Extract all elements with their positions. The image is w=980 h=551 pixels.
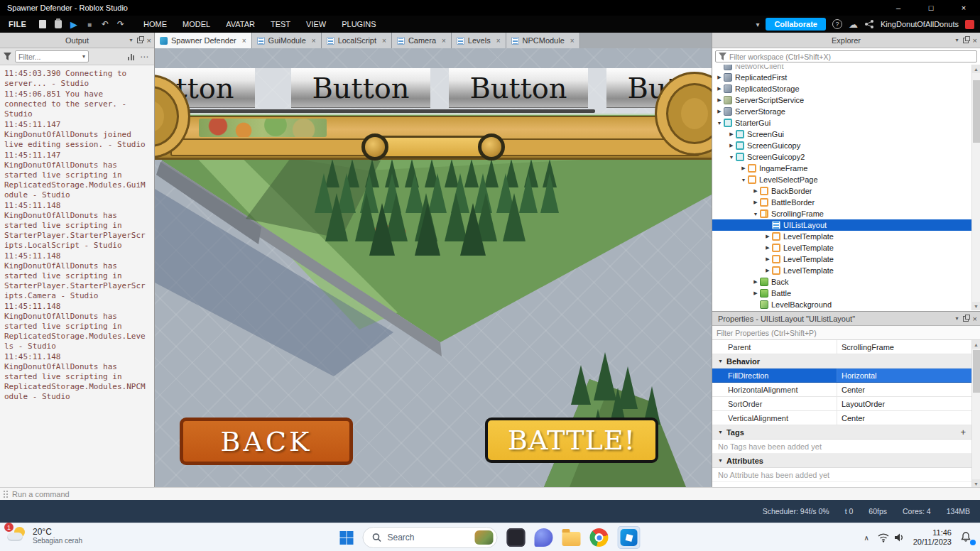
tree-item-screenguicopy2[interactable]: ▼ScreenGuicopy2 [712, 151, 971, 163]
output-close-icon[interactable]: × [147, 36, 151, 45]
tree-item-serverstorage[interactable]: ▶ServerStorage [712, 106, 971, 117]
output-float-icon[interactable] [137, 38, 143, 43]
weather-widget[interactable]: 1 20°C Sebagian cerah [7, 525, 82, 545]
app-icon-dark[interactable] [507, 528, 526, 547]
chevron-down-icon[interactable]: ▼ [718, 458, 723, 463]
tree-item-screengui[interactable]: ▶ScreenGui [712, 129, 971, 140]
close-button[interactable]: × [947, 0, 980, 16]
properties-collapse-icon[interactable]: ▾ [956, 315, 959, 322]
tree-item-battleborder[interactable]: ▶BattleBorder [712, 197, 971, 208]
scroll-up-icon[interactable]: ▲ [972, 340, 980, 349]
scrollbar-thumb[interactable] [973, 350, 980, 393]
explorer-collapse-icon[interactable]: ▾ [956, 37, 959, 43]
property-row-parent[interactable]: Parent ScrollingFrame [712, 340, 971, 354]
editor-tab-spawner-defender[interactable]: Spawner Defender × [155, 33, 252, 48]
tab-close-icon[interactable]: × [570, 37, 575, 45]
tree-item-leveltemplate[interactable]: ▶LevelTemplate [712, 231, 971, 242]
stop-icon[interactable]: ■ [82, 18, 97, 30]
chevron-down-icon[interactable]: ▼ [739, 178, 748, 182]
property-row-verticalalignment[interactable]: VerticalAlignment Center [712, 411, 971, 425]
chevron-right-icon[interactable]: ▶ [763, 245, 772, 251]
file-explorer-icon[interactable] [562, 532, 581, 546]
chevron-right-icon[interactable]: ▶ [727, 131, 736, 137]
menu-tab-plugins[interactable]: PLUGINS [334, 16, 383, 33]
tab-close-icon[interactable]: × [442, 37, 446, 45]
back-button[interactable]: BACK [180, 418, 353, 465]
tree-item-ingameframe[interactable]: ▶IngameFrame [712, 163, 971, 174]
editor-tab-levels[interactable]: Levels × [452, 33, 506, 48]
share-icon[interactable] [864, 19, 874, 29]
search-thumbnail[interactable] [475, 530, 494, 545]
chevron-right-icon[interactable]: ▶ [751, 279, 760, 285]
chevron-right-icon[interactable]: ▶ [715, 86, 724, 92]
output-filter-dropdown[interactable]: Filter... ▾ [15, 50, 89, 62]
menu-tab-avatar[interactable]: AVATAR [218, 16, 263, 33]
tree-item-serverscriptservice[interactable]: ▶ServerScriptService [712, 94, 971, 106]
studio-taskbar-highlight[interactable] [618, 526, 641, 549]
editor-tab-camera[interactable]: Camera × [392, 33, 452, 48]
tree-item-leveltemplate[interactable]: ▶LevelTemplate [712, 253, 971, 265]
tree-item-networkclient[interactable]: NetworkClient [712, 65, 971, 72]
tree-item-levelselectpage[interactable]: ▼LevelSelectPage [712, 174, 971, 185]
funnel-icon[interactable] [4, 53, 11, 60]
start-button[interactable] [340, 531, 354, 545]
properties-filter-input[interactable]: Filter Properties (Ctrl+Shift+P) [712, 326, 980, 340]
redo-icon[interactable]: ↷ [114, 18, 128, 30]
level-button-strip[interactable]: Button [449, 68, 588, 108]
command-bar[interactable]: Run a command [0, 487, 980, 500]
command-grip[interactable] [3, 490, 8, 498]
viewport[interactable]: Button Button Button Button BACK BATTLE! [155, 48, 712, 487]
section-behavior[interactable]: ▼ Behavior [712, 354, 971, 369]
property-row-sortorder[interactable]: SortOrder LayoutOrder [712, 397, 971, 411]
menu-tab-view[interactable]: VIEW [298, 16, 334, 33]
chevron-down-icon[interactable]: ▼ [718, 430, 723, 435]
tree-item-back[interactable]: ▶Back [712, 276, 971, 288]
chevron-right-icon[interactable]: ▶ [715, 109, 724, 114]
scroll-down-icon[interactable]: ▼ [972, 302, 980, 310]
output-menu-ellipsis[interactable]: ⋯ [138, 52, 151, 62]
cloud-icon[interactable]: ☁ [849, 19, 858, 30]
tree-item-leveltemplate[interactable]: ▶LevelTemplate [712, 242, 971, 253]
new-file-icon[interactable] [36, 18, 50, 30]
chevron-right-icon[interactable]: ▶ [763, 256, 772, 262]
battle-button[interactable]: BATTLE! [485, 418, 658, 463]
level-button-strip[interactable]: Button [291, 68, 430, 108]
explorer-float-icon[interactable] [963, 38, 969, 43]
section-tags[interactable]: ▼ Tags + [712, 425, 971, 440]
ribbon-collapse-icon[interactable]: ▾ [756, 21, 759, 28]
editor-tab-npcmodule[interactable]: NPCModule × [506, 33, 580, 48]
explorer-filter-input[interactable]: Filter workspace (Ctrl+Shift+X) [715, 50, 977, 62]
chevron-right-icon[interactable]: ▶ [751, 188, 760, 194]
tree-item-levelbackground[interactable]: LevelBackground [712, 299, 971, 310]
tree-item-screenguicopy[interactable]: ▶ScreenGuicopy [712, 140, 971, 151]
minimize-button[interactable]: – [882, 0, 915, 16]
chrome-icon[interactable] [590, 528, 609, 547]
editor-tab-guimodule[interactable]: GuiModule × [252, 33, 322, 48]
search-bar[interactable]: Search [363, 527, 498, 548]
paste-icon[interactable] [51, 18, 65, 30]
section-attributes[interactable]: ▼ Attributes [712, 454, 971, 468]
property-row-filldirection[interactable]: FillDirection Horizontal [712, 369, 971, 383]
chevron-right-icon[interactable]: ▶ [763, 268, 772, 273]
properties-scrollbar[interactable]: ▲ ▼ [971, 340, 980, 488]
properties-close-icon[interactable]: × [973, 315, 977, 323]
undo-icon[interactable]: ↶ [98, 18, 112, 30]
username[interactable]: KingDonutOfAllDonuts [881, 20, 959, 28]
chevron-right-icon[interactable]: ▶ [715, 75, 724, 80]
menu-tab-home[interactable]: HOME [136, 16, 175, 33]
tab-close-icon[interactable]: × [242, 37, 246, 45]
file-menu[interactable]: FILE [0, 20, 35, 28]
tree-item-scrollingframe[interactable]: ▼ScrollingFrame [712, 208, 971, 219]
explorer-scrollbar[interactable]: ▲ ▼ [971, 65, 980, 310]
taskbar-clock[interactable]: 11:46 20/11/2023 [913, 528, 952, 547]
tree-item-replicatedfirst[interactable]: ▶ReplicatedFirst [712, 72, 971, 83]
tree-item-backborder[interactable]: ▶BackBorder [712, 185, 971, 197]
chevron-right-icon[interactable]: ▶ [715, 97, 724, 103]
tree-item-leveltemplate[interactable]: ▶LevelTemplate [712, 265, 971, 276]
maximize-button[interactable]: □ [915, 0, 947, 16]
output-log-list[interactable]: 11:45:03.390 Connecting to server... - S… [0, 65, 154, 486]
tree-item-replicatedstorage[interactable]: ▶ReplicatedStorage [712, 83, 971, 94]
collaborate-button[interactable]: Collaborate [766, 18, 826, 31]
tray-icons[interactable] [878, 533, 905, 542]
tab-close-icon[interactable]: × [312, 37, 316, 45]
